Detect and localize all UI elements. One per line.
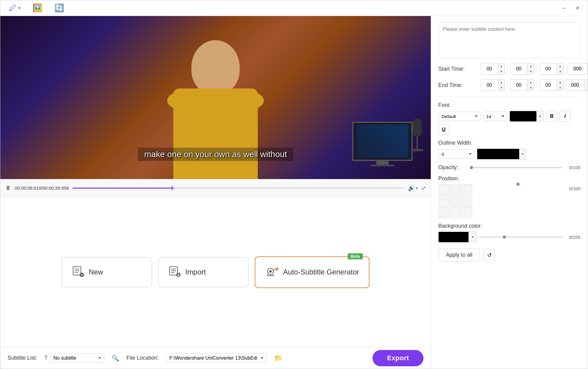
browse-folder-button[interactable]: 📁 (274, 354, 282, 362)
volume-dropdown-icon: ▾ (416, 186, 418, 190)
end-hh-group: ▲ ▼ (481, 79, 505, 91)
start-ms-down[interactable]: ▼ (587, 69, 588, 74)
end-hh-up[interactable]: ▲ (498, 80, 505, 85)
underline-button[interactable]: U (438, 124, 449, 135)
pos-cell-3[interactable] (461, 184, 472, 195)
window-controls: ─ ✕ (560, 4, 582, 12)
font-color-box[interactable] (510, 111, 537, 122)
video-container: make one on your own as well without (0, 16, 431, 179)
play-pause-button[interactable]: ⏸ (5, 184, 11, 191)
subtitle-overlay: make one on your own as well without (0, 148, 431, 161)
end-ms-spinners: ▲ ▼ (585, 80, 588, 91)
new-subtitle-card[interactable]: New (62, 257, 152, 287)
opacity-value: 0/100 (565, 165, 580, 170)
end-time-label: End Time: (438, 82, 478, 88)
folder-icon: 📁 (274, 354, 282, 362)
export-button[interactable]: Export (372, 350, 423, 366)
bg-color-chevron-icon: ▾ (472, 236, 474, 239)
pos-cell-8[interactable] (450, 207, 461, 218)
outline-color-dropdown[interactable]: ▾ (519, 149, 526, 159)
end-hh-down[interactable]: ▼ (498, 85, 505, 91)
subtitle-content-input[interactable] (438, 22, 580, 58)
start-ms-up[interactable]: ▲ (587, 63, 588, 69)
start-ss-input[interactable] (540, 63, 557, 74)
end-mm-input[interactable] (510, 80, 527, 91)
opacity-slider[interactable] (471, 167, 562, 168)
start-hh-input[interactable] (481, 63, 498, 74)
start-mm-up[interactable]: ▲ (527, 63, 534, 69)
end-mm-up[interactable]: ▲ (527, 80, 534, 85)
progress-bar[interactable] (72, 188, 404, 189)
pos-cell-7[interactable] (438, 207, 449, 218)
refresh-button[interactable]: ↺ (484, 249, 495, 261)
bg-color-box[interactable] (438, 232, 468, 242)
new-project-button[interactable]: 🖊 ▾ (6, 2, 23, 14)
pos-cell-2[interactable] (450, 184, 461, 195)
volume-button[interactable]: 🔊 ▾ (408, 185, 418, 191)
bold-button[interactable]: B (546, 111, 557, 122)
start-ms-input[interactable] (568, 63, 587, 74)
opacity-label: Opacity: (438, 164, 468, 171)
end-sep2: : (535, 82, 538, 88)
end-ss-group: ▲ ▼ (539, 79, 564, 91)
end-ss-down[interactable]: ▼ (557, 85, 564, 91)
start-mm-input[interactable] (510, 63, 527, 74)
search-icon: 🔍 (112, 355, 119, 361)
import-subtitle-icon (168, 265, 181, 280)
outline-color-container: ▾ (477, 149, 526, 159)
start-sep2: : (535, 66, 538, 72)
import-subtitle-card[interactable]: Import (158, 257, 249, 287)
minimize-button[interactable]: ─ (560, 4, 568, 12)
end-ms-down[interactable]: ▼ (585, 85, 588, 91)
end-ms-up[interactable]: ▲ (585, 80, 588, 85)
bg-color-dropdown[interactable]: ▾ (468, 232, 477, 242)
start-mm-group: ▲ ▼ (510, 63, 534, 75)
end-ss-input[interactable] (540, 80, 557, 91)
end-hh-input[interactable] (481, 80, 498, 91)
opacity-thumb (469, 165, 474, 170)
font-size-select[interactable]: 14 (483, 112, 507, 121)
auto-subtitle-label: Auto-Subtitle Generator (283, 268, 359, 276)
pos-cell-4[interactable] (438, 196, 449, 207)
start-mm-down[interactable]: ▼ (527, 69, 534, 74)
end-mm-down[interactable]: ▼ (527, 85, 534, 91)
start-hh-up[interactable]: ▲ (498, 63, 505, 69)
subtitle-select[interactable]: No subtitle (50, 353, 104, 363)
end-ms-input[interactable] (565, 80, 585, 91)
bg-color-label: Background color: (438, 223, 482, 229)
font-family-select[interactable]: Default (438, 112, 481, 121)
end-mm-spinners: ▲ ▼ (527, 80, 534, 91)
subtitle-actions: New Import (0, 197, 431, 347)
italic-button[interactable]: I (560, 111, 570, 122)
start-sep1: : (506, 66, 509, 72)
start-ss-up[interactable]: ▲ (557, 63, 564, 69)
position-thumb (516, 182, 520, 186)
mic-stand (417, 137, 418, 149)
apply-to-all-button[interactable]: Apply to all (438, 249, 480, 262)
subtitle-search-button[interactable]: 🔍 (112, 355, 119, 362)
end-hh-spinners: ▲ ▼ (498, 80, 505, 91)
pos-cell-6[interactable] (461, 196, 472, 207)
file-path-select[interactable]: F:\Wondershare UniConverter 13\SubEdi (166, 353, 267, 363)
start-hh-down[interactable]: ▼ (498, 69, 505, 74)
end-ms-group: ▲ ▼ (565, 79, 588, 91)
add-media-button[interactable]: 🖼️ (30, 2, 45, 14)
outline-width-select[interactable]: 0 1 2 (438, 149, 475, 159)
underline-icon: U (442, 127, 446, 132)
position-label: Position: (438, 175, 459, 181)
outline-color-box[interactable] (477, 149, 519, 159)
pos-cell-5[interactable] (450, 196, 461, 207)
font-color-dropdown[interactable]: ▾ (537, 111, 544, 122)
text-overlay-button[interactable]: 🔄 (52, 2, 66, 14)
bg-opacity-slider[interactable] (479, 236, 563, 238)
add-media-icon: 🖼️ (33, 3, 42, 12)
fullscreen-button[interactable]: ⤢ (421, 185, 426, 191)
close-button[interactable]: ✕ (573, 4, 582, 12)
auto-subtitle-card[interactable]: Beta ✦ Auto-Subtitle Ge (255, 256, 369, 288)
end-ss-up[interactable]: ▲ (557, 80, 564, 85)
pos-cell-1[interactable] (438, 184, 449, 195)
start-ss-down[interactable]: ▼ (557, 69, 564, 74)
svg-rect-14 (269, 270, 272, 273)
pos-cell-9[interactable] (461, 207, 472, 218)
video-frame[interactable]: make one on your own as well without (0, 16, 431, 179)
